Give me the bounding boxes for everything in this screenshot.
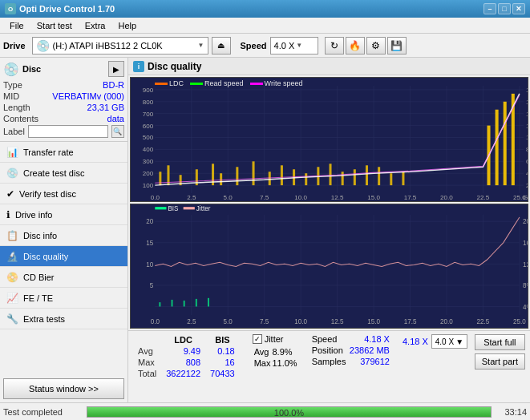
svg-text:25.0: 25.0 (513, 317, 526, 325)
maximize-button[interactable]: □ (498, 3, 511, 14)
menu-start-test[interactable]: Start test (30, 19, 79, 32)
svg-text:0.0: 0.0 (151, 194, 160, 201)
svg-text:400: 400 (143, 146, 154, 153)
menu-file[interactable]: File (3, 19, 30, 32)
svg-rect-25 (236, 167, 238, 185)
drive-value: (H:) ATAPI iHBS112 2 CL0K (53, 41, 195, 50)
sidebar-item-transfer-rate[interactable]: 📊 Transfer rate (0, 142, 127, 163)
svg-rect-34 (354, 169, 356, 185)
max-label: Max (133, 357, 161, 368)
svg-text:22.5: 22.5 (477, 317, 490, 325)
jitter-checkbox[interactable]: ✓ (253, 334, 262, 344)
minimize-button[interactable]: – (483, 3, 496, 14)
disc-section-label: Disc (22, 64, 41, 74)
avg-label: Avg (133, 345, 161, 357)
type-label: Type (3, 80, 22, 90)
status-window-button[interactable]: Status window >> (3, 378, 124, 399)
title-bar: O Opti Drive Control 1.70 – □ ✕ (0, 0, 530, 18)
sidebar-item-create-test-disc[interactable]: 💿 Create test disc (0, 163, 127, 184)
svg-text:500: 500 (143, 135, 154, 142)
sidebar-item-disc-info[interactable]: 📋 Disc info (0, 225, 127, 246)
menu-extra[interactable]: Extra (79, 19, 112, 32)
create-test-disc-icon: 💿 (6, 168, 18, 179)
svg-text:12X: 12X (526, 123, 528, 130)
position-label: Position (312, 345, 343, 355)
svg-rect-95 (196, 299, 197, 307)
extra-tests-label: Extra tests (23, 314, 65, 324)
disc-label-button[interactable]: 🔍 (111, 125, 124, 138)
length-value: 23,31 GB (87, 103, 124, 112)
svg-text:BIS: BIS (168, 204, 178, 212)
svg-text:18X: 18X (526, 87, 528, 94)
write-speed-legend-label: Write speed (265, 79, 303, 87)
svg-text:2.5: 2.5 (187, 194, 196, 201)
svg-text:5: 5 (150, 281, 154, 289)
sidebar-item-drive-info[interactable]: ℹ Drive info (0, 204, 127, 225)
drive-dropdown-arrow: ▼ (198, 42, 204, 49)
disc-label-input[interactable] (28, 125, 108, 138)
disc-quality-icon: 🔬 (6, 251, 18, 262)
drive-dropdown[interactable]: 💿 (H:) ATAPI iHBS112 2 CL0K ▼ (32, 37, 208, 55)
ldc-legend-color (155, 83, 168, 85)
close-button[interactable]: ✕ (512, 3, 525, 14)
cd-bier-icon: 📀 (6, 272, 18, 283)
svg-text:20%: 20% (523, 217, 528, 225)
sidebar-item-fe-te[interactable]: 📈 FE / TE (0, 288, 127, 309)
speed-dropdown-stats[interactable]: 4.0 X ▼ (431, 334, 467, 349)
svg-rect-41 (504, 102, 507, 185)
settings-button[interactable]: ⚙ (366, 37, 386, 55)
speed-value: 4.0 X (274, 41, 295, 50)
progress-text: 100.0% (87, 407, 491, 418)
eject-button[interactable]: ⏏ (212, 37, 231, 55)
sidebar-item-extra-tests[interactable]: 🔧 Extra tests (0, 309, 127, 329)
svg-text:15.0: 15.0 (367, 194, 380, 201)
svg-rect-94 (184, 301, 185, 306)
svg-text:5.0: 5.0 (224, 194, 233, 201)
cd-bier-label: CD Bier (23, 273, 55, 282)
speed-dropdown-arrow: ▼ (296, 42, 302, 49)
mid-label: MID (3, 91, 19, 101)
drive-bar: Drive 💿 (H:) ATAPI iHBS112 2 CL0K ▼ ⏏ Sp… (0, 34, 530, 58)
menu-help[interactable]: Help (111, 19, 143, 32)
sidebar-item-cd-bier[interactable]: 📀 CD Bier (0, 267, 127, 288)
svg-text:800: 800 (143, 99, 154, 106)
svg-text:100: 100 (143, 182, 154, 189)
svg-text:12%: 12% (523, 260, 528, 268)
burn-button[interactable]: 🔥 (346, 37, 365, 55)
chart-header: i Disc quality (128, 58, 530, 75)
total-label: Total (133, 368, 161, 379)
disc-options-button[interactable]: ▶ (108, 61, 124, 77)
svg-text:Jitter: Jitter (196, 204, 211, 212)
svg-rect-28 (281, 165, 283, 185)
refresh-button[interactable]: ↻ (325, 37, 344, 55)
save-button[interactable]: 💾 (387, 37, 407, 55)
svg-rect-75 (184, 207, 195, 209)
bis-header: BIS (205, 334, 240, 345)
sidebar-item-disc-quality[interactable]: 🔬 Disc quality (0, 246, 127, 267)
status-bar: Test completed 100.0% 33:14 (0, 402, 530, 420)
drive-info-icon: ℹ (6, 209, 10, 220)
progress-bar: 100.0% (87, 406, 492, 418)
speed-dropdown[interactable]: 4.0 X ▼ (270, 37, 318, 55)
start-full-button[interactable]: Start full (475, 334, 525, 350)
svg-text:200: 200 (143, 170, 154, 177)
svg-rect-35 (366, 165, 368, 185)
svg-text:GB: GB (523, 194, 528, 201)
svg-text:20.0: 20.0 (440, 317, 453, 325)
start-part-button[interactable]: Start part (475, 353, 525, 370)
mid-value: VERBATIMv (000) (52, 91, 124, 101)
stats-bar: LDC BIS Avg 9.49 0.18 Max 808 16 Total (128, 330, 530, 402)
status-text: Test completed (3, 407, 83, 417)
svg-rect-96 (208, 298, 209, 307)
disc-info-icon: 📋 (6, 230, 18, 241)
ldc-bis-table: LDC BIS Avg 9.49 0.18 Max 808 16 Total (133, 334, 240, 379)
sidebar-item-verify-test-disc[interactable]: ✔ Verify test disc (0, 184, 127, 204)
svg-text:0.0: 0.0 (151, 317, 160, 325)
jitter-max-label: Max (254, 358, 271, 368)
svg-text:700: 700 (143, 111, 154, 118)
ldc-legend-label: LDC (169, 79, 184, 87)
jitter-section: ✓ Jitter Avg 8.9% Max 11.0% (253, 334, 299, 370)
length-label: Length (3, 103, 30, 112)
jitter-avg-label: Avg (254, 347, 271, 357)
jitter-label: Jitter (265, 334, 284, 344)
